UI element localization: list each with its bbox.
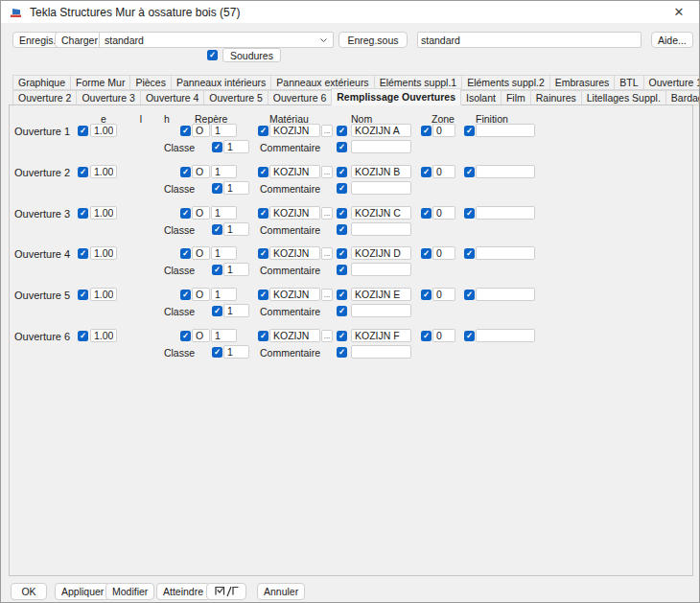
classe-checkbox[interactable] — [212, 142, 222, 152]
tab-el-ments-suppl-2[interactable]: Eléments suppl.2 — [461, 75, 550, 90]
e-input[interactable] — [90, 288, 117, 301]
finition-checkbox[interactable] — [464, 248, 475, 259]
repere-prefix-input[interactable] — [192, 124, 210, 137]
commentaire-input[interactable] — [351, 304, 411, 317]
zone-input[interactable] — [432, 329, 455, 342]
commentaire-input[interactable] — [351, 140, 411, 153]
finition-input[interactable] — [476, 288, 535, 301]
zone-checkbox[interactable] — [421, 126, 432, 136]
tab-rainures[interactable]: Rainures — [530, 90, 582, 105]
commentaire-checkbox[interactable] — [337, 265, 347, 275]
materiau-checkbox[interactable] — [258, 126, 268, 136]
materiau-input[interactable] — [269, 246, 320, 260]
repere-checkbox[interactable] — [180, 248, 191, 259]
e-checkbox[interactable] — [78, 248, 88, 259]
tab-ouverture-4[interactable]: Ouverture 4 — [140, 90, 204, 105]
e-input[interactable] — [90, 124, 117, 137]
repere-checkbox[interactable] — [180, 290, 191, 300]
nom-input[interactable] — [351, 246, 411, 260]
materiau-browse-button[interactable]: ... — [321, 289, 333, 301]
e-input[interactable] — [90, 246, 117, 260]
materiau-input[interactable] — [269, 206, 320, 220]
commentaire-input[interactable] — [351, 263, 411, 276]
toggle-checkboxes-button[interactable] — [206, 583, 246, 600]
tab-isolant[interactable]: Isolant — [460, 90, 502, 105]
profile-combobox[interactable]: standard — [99, 32, 334, 48]
welds-button[interactable]: Soudures — [222, 48, 281, 62]
tab-ouverture-3[interactable]: Ouverture 3 — [76, 90, 140, 105]
repere-number-input[interactable] — [211, 246, 237, 260]
commentaire-checkbox[interactable] — [337, 306, 347, 316]
finition-input[interactable] — [476, 124, 535, 137]
repere-number-input[interactable] — [211, 124, 237, 137]
zone-input[interactable] — [432, 165, 455, 178]
repere-prefix-input[interactable] — [192, 329, 210, 342]
modify-button[interactable]: Modifier — [105, 583, 154, 600]
e-checkbox[interactable] — [78, 208, 88, 219]
zone-input[interactable] — [432, 246, 455, 260]
repere-checkbox[interactable] — [180, 126, 191, 136]
cancel-button[interactable]: Annuler — [257, 583, 305, 600]
tab-litellages-suppl-[interactable]: Litellages Suppl. — [581, 90, 666, 105]
load-button[interactable]: Charger — [55, 32, 105, 48]
finition-checkbox[interactable] — [464, 208, 475, 219]
materiau-checkbox[interactable] — [258, 167, 268, 177]
repere-prefix-input[interactable] — [192, 206, 210, 220]
tab-remplissage-ouvertures[interactable]: Remplissage Ouvertures — [331, 88, 461, 105]
materiau-input[interactable] — [269, 165, 320, 178]
commentaire-checkbox[interactable] — [337, 142, 347, 152]
materiau-checkbox[interactable] — [258, 248, 268, 259]
tab-ouverture-2[interactable]: Ouverture 2 — [12, 90, 77, 105]
materiau-browse-button[interactable]: ... — [321, 247, 333, 260]
zone-checkbox[interactable] — [421, 331, 432, 341]
finition-checkbox[interactable] — [464, 331, 475, 341]
materiau-input[interactable] — [269, 288, 320, 301]
commentaire-checkbox[interactable] — [337, 347, 347, 358]
finition-input[interactable] — [476, 206, 535, 220]
nom-checkbox[interactable] — [337, 208, 347, 219]
commentaire-input[interactable] — [351, 181, 411, 195]
get-button[interactable]: Atteindre — [156, 583, 210, 600]
e-input[interactable] — [90, 165, 117, 178]
finition-input[interactable] — [476, 246, 535, 260]
nom-checkbox[interactable] — [337, 331, 347, 341]
finition-input[interactable] — [476, 329, 535, 342]
classe-checkbox[interactable] — [212, 224, 222, 235]
repere-number-input[interactable] — [211, 329, 237, 342]
apply-button[interactable]: Appliquer — [55, 583, 110, 600]
commentaire-checkbox[interactable] — [337, 183, 347, 194]
ok-button[interactable]: OK — [11, 583, 47, 600]
tab-ouverture-5[interactable]: Ouverture 5 — [203, 90, 268, 105]
help-button[interactable]: Aide... — [651, 32, 693, 48]
repere-prefix-input[interactable] — [192, 246, 210, 260]
commentaire-checkbox[interactable] — [337, 224, 347, 235]
tab-film[interactable]: Film — [501, 90, 531, 105]
e-input[interactable] — [90, 329, 117, 342]
nom-input[interactable] — [351, 288, 411, 301]
nom-checkbox[interactable] — [337, 126, 347, 136]
repere-checkbox[interactable] — [180, 331, 191, 341]
classe-checkbox[interactable] — [212, 306, 222, 316]
tab-panneaux-int-rieurs[interactable]: Panneaux intérieurs — [171, 75, 271, 90]
repere-prefix-input[interactable] — [192, 165, 210, 178]
zone-checkbox[interactable] — [421, 167, 432, 177]
nom-input[interactable] — [351, 165, 411, 178]
repere-checkbox[interactable] — [180, 167, 191, 177]
zone-input[interactable] — [432, 206, 455, 220]
finition-input[interactable] — [476, 165, 535, 178]
classe-checkbox[interactable] — [212, 265, 222, 275]
zone-input[interactable] — [432, 124, 455, 137]
nom-input[interactable] — [351, 329, 411, 342]
commentaire-input[interactable] — [351, 222, 411, 236]
tab-pi-ces[interactable]: Pièces — [129, 75, 172, 90]
e-checkbox[interactable] — [78, 331, 88, 341]
zone-checkbox[interactable] — [421, 208, 432, 219]
materiau-browse-button[interactable]: ... — [321, 125, 333, 137]
commentaire-input[interactable] — [351, 345, 411, 359]
welds-checkbox[interactable] — [207, 50, 218, 60]
classe-checkbox[interactable] — [212, 183, 222, 194]
tab-forme-mur[interactable]: Forme Mur — [70, 75, 130, 90]
nom-checkbox[interactable] — [337, 248, 347, 259]
repere-prefix-input[interactable] — [192, 288, 210, 301]
nom-input[interactable] — [351, 206, 411, 220]
